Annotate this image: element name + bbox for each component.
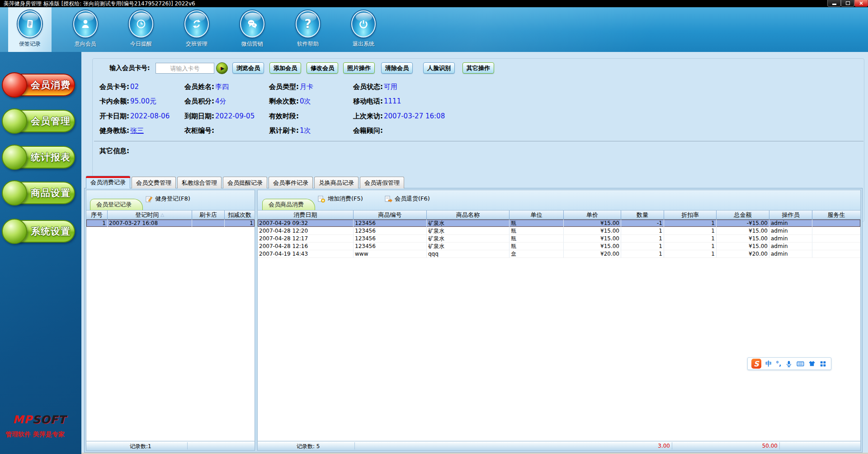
maximize-button[interactable] xyxy=(841,0,854,7)
column-header[interactable]: 折扣率 xyxy=(664,211,717,219)
column-header[interactable]: 单位 xyxy=(509,211,564,219)
add-consumption-button[interactable]: 增加消费(F5) xyxy=(317,194,363,203)
cell-折扣率: 1 xyxy=(664,227,717,234)
cell-单价: ¥20.00 xyxy=(564,250,621,257)
field-card-balance: 卡内余额:95.00元 xyxy=(99,96,156,107)
field-mobile-phone: 移动电话:1111 xyxy=(353,96,401,107)
cell-折扣率: 1 xyxy=(664,243,717,250)
cell-商品编号: www xyxy=(354,250,427,257)
field-label: 移动电话: xyxy=(353,97,383,106)
sidebar-item-member-management[interactable]: 会员管理 xyxy=(3,110,75,132)
sidebar-item-system-settings[interactable]: 系统设置 xyxy=(3,220,75,243)
cell-商品编号: 123456 xyxy=(354,220,427,227)
tab-leave-management[interactable]: 会员请假管理 xyxy=(360,177,404,188)
checkin-status-bar: 记录数:1 xyxy=(86,441,255,450)
edit-member-button[interactable]: 修改会员 xyxy=(307,62,338,74)
table-row[interactable]: 1 2007-03-27 16:08 1 xyxy=(86,220,255,227)
column-header[interactable]: 数量 xyxy=(621,211,664,219)
cell-数量: 1 xyxy=(621,243,664,250)
table-row[interactable]: 2007-04-28 12:16 123456 矿泉水 瓶 ¥15.00 1 1… xyxy=(258,243,860,250)
question-glyph: ? xyxy=(304,17,311,31)
clear-member-button[interactable]: 清除会员 xyxy=(381,62,413,74)
tab-consume-records[interactable]: 会员消费记录 xyxy=(86,176,130,188)
card-number-input[interactable] xyxy=(156,63,214,74)
tab-exchange-records[interactable]: 兑换商品记录 xyxy=(314,177,359,188)
cell-服务生 xyxy=(812,250,860,257)
sidebar-item-statistics-reports[interactable]: 统计报表 xyxy=(3,146,75,168)
sidebar-item-member-consume[interactable]: 会员消费 xyxy=(3,74,75,96)
table-row[interactable]: 2007-04-19 14:43 www qqq 盒 ¥20.00 1 1 ¥2… xyxy=(258,250,860,258)
column-header[interactable]: 消费日期 xyxy=(258,211,354,219)
toolbar-item-notes[interactable]: 便签记录 xyxy=(8,7,52,52)
chinese-mode-icon[interactable]: 中 xyxy=(765,360,772,367)
skin-shirt-icon[interactable] xyxy=(808,360,816,367)
face-recognition-button[interactable]: 人脸识别 xyxy=(423,62,455,74)
cell-商品名称: 矿泉水 xyxy=(427,220,509,227)
other-info-label: 其它信息: xyxy=(99,147,129,155)
checkin-tab[interactable]: 会员登记记录 xyxy=(90,199,143,210)
column-header[interactable]: 扣减次数 xyxy=(225,211,255,219)
toolbar-item-exit-system[interactable]: 退出系统 xyxy=(342,7,385,52)
browse-member-button[interactable]: 浏览会员 xyxy=(232,62,264,74)
brand-slogan: 管理软件 美萍是专家 xyxy=(5,431,65,439)
table-row[interactable]: 2007-04-28 12:20 123456 矿泉水 瓶 ¥15.00 1 1… xyxy=(258,227,860,235)
tab-reminder-records[interactable]: 会员提醒记录 xyxy=(223,177,267,188)
punctuation-icon[interactable]: °, xyxy=(776,360,781,367)
coach-link[interactable]: 张三 xyxy=(130,126,144,135)
column-header[interactable]: 序号 xyxy=(86,211,108,219)
field-value: 2022-09-05 xyxy=(215,112,255,120)
column-header[interactable]: 单价 xyxy=(564,211,621,219)
toolbar-item-label: 便签记录 xyxy=(19,40,41,48)
gym-checkin-button[interactable]: 健身登记(F8) xyxy=(145,194,190,203)
member-return-button[interactable]: 会员退货(F6) xyxy=(384,194,430,203)
column-header[interactable]: 商品编号 xyxy=(354,211,427,219)
field-label: 到期日期: xyxy=(184,112,214,121)
microphone-icon[interactable] xyxy=(785,360,793,368)
toolbar-item-label: 微信营销 xyxy=(241,40,263,48)
lookup-go-button[interactable]: ▶ xyxy=(216,62,228,74)
field-label: 会员状态: xyxy=(353,83,383,91)
sphere-ornament xyxy=(2,145,27,170)
field-expire-date: 到期日期:2022-09-05 xyxy=(184,111,255,122)
column-header[interactable]: 总金额 xyxy=(717,211,769,219)
toolbar-item-shift-management[interactable]: 交班管理 xyxy=(175,7,218,52)
toolbar-item-label: 交班管理 xyxy=(186,40,208,48)
sogou-logo-icon[interactable]: S xyxy=(751,359,761,369)
cell-操作员: admin xyxy=(769,235,812,242)
return-document-icon xyxy=(384,195,392,203)
table-row[interactable]: 2007-04-29 09:32 123456 矿泉水 瓶 ¥15.00 -1 … xyxy=(258,220,860,227)
table-row[interactable]: 2007-04-28 12:17 123456 矿泉水 瓶 ¥15.00 1 1… xyxy=(258,235,860,243)
column-header[interactable]: 操作员 xyxy=(769,211,812,219)
toolbar-item-software-help[interactable]: ? 软件帮助 xyxy=(286,7,330,52)
toolbar-item-today-reminders[interactable]: 今日提醒 xyxy=(119,7,163,52)
add-member-button[interactable]: 添加会员 xyxy=(269,62,301,74)
sidebar-item-product-settings[interactable]: 商品设置 xyxy=(3,182,75,204)
photo-operations-button[interactable]: 照片操作 xyxy=(343,62,375,74)
other-operations-button[interactable]: 其它操作 xyxy=(462,62,494,74)
column-header-sortable[interactable]: 登记时间△ xyxy=(108,211,192,219)
close-button[interactable]: × xyxy=(854,0,868,7)
cell-序号: 1 xyxy=(86,220,108,227)
cell-单位: 瓶 xyxy=(509,235,564,242)
cell-消费日期: 2007-04-28 12:20 xyxy=(258,227,354,234)
tab-payment-management[interactable]: 会员交费管理 xyxy=(132,177,176,188)
column-header[interactable]: 商品名称 xyxy=(427,211,509,219)
toolbox-grid-icon[interactable] xyxy=(820,360,826,367)
cell-操作员: admin xyxy=(769,250,812,257)
field-remaining-times: 剩余次数:0次 xyxy=(269,96,311,107)
toolbar-item-intent-members[interactable]: 意向会员 xyxy=(64,7,107,52)
sphere-ornament xyxy=(2,180,27,206)
minimize-button[interactable] xyxy=(827,0,841,7)
toolbar-item-wechat-marketing[interactable]: 微信营销 xyxy=(231,7,274,52)
tab-private-coach[interactable]: 私教综合管理 xyxy=(177,177,222,188)
consumption-tab[interactable]: 会员商品消费 xyxy=(262,199,315,210)
cell-消费日期: 2007-04-28 12:16 xyxy=(258,243,354,250)
soft-keyboard-icon[interactable] xyxy=(797,360,804,368)
column-header[interactable]: 服务生 xyxy=(812,211,860,219)
sidebar-item-label: 商品设置 xyxy=(26,182,75,204)
column-header[interactable]: 刷卡店 xyxy=(192,211,225,219)
sogou-ime-bar: S 中 °, xyxy=(747,357,831,370)
tab-event-records[interactable]: 会员事件记录 xyxy=(269,177,313,188)
sort-triangle-icon: △ xyxy=(160,212,164,217)
checkin-table-body: 1 2007-03-27 16:08 1 xyxy=(86,220,255,441)
